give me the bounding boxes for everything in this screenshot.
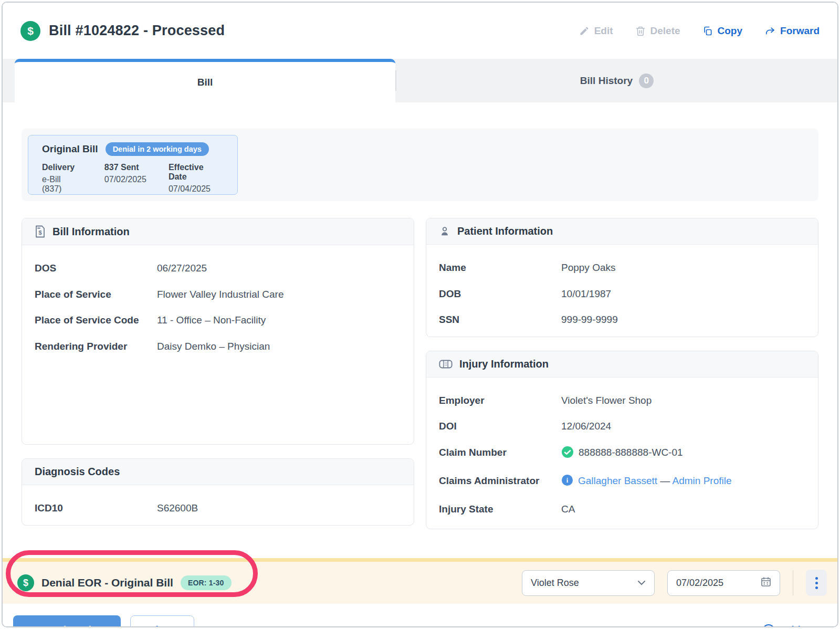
patient-information-card: Patient Information Name Poppy Oaks DOB … (426, 218, 818, 337)
copy-label: Copy (718, 25, 743, 37)
icd10-row: ICD10 S62600B (35, 501, 401, 516)
pencil-icon (579, 26, 590, 36)
rendering-provider-row: Rendering Provider Daisy Demko – Physici… (35, 339, 401, 354)
amber-accent-strip (3, 558, 837, 562)
claims-admin-company-link[interactable]: Gallagher Bassett (578, 475, 657, 486)
bill-detail-page: $ Bill #1024822 - Processed Edit Delete … (2, 2, 838, 627)
injury-information-card: Injury Information Employer Violet's Flo… (426, 351, 818, 529)
second-review-button[interactable]: Second Review (13, 615, 121, 627)
info-circle-icon: i (561, 474, 573, 490)
copy-button[interactable]: Copy (702, 25, 743, 37)
add-note-label: Add Note (780, 624, 827, 627)
tab-bill-label: Bill (197, 77, 213, 88)
close-button[interactable]: Close (130, 615, 194, 627)
tab-bill[interactable]: Bill (15, 59, 395, 102)
tab-bill-history[interactable]: Bill History 0 (396, 59, 837, 102)
svg-text:$: $ (38, 229, 41, 236)
reviewer-select[interactable]: Violet Rose (522, 570, 655, 596)
speech-bubble-icon (762, 623, 775, 627)
bandage-icon (439, 360, 453, 369)
reviewer-selected-value: Violet Rose (531, 578, 579, 589)
bill-history-count-badge: 0 (639, 74, 654, 88)
bottom-actions-bar: Second Review Close Add Note (3, 604, 837, 627)
claims-administrator-row: Claims Administrator i Gallagher Bassett… (439, 474, 805, 490)
section-title: Diagnosis Codes (35, 466, 120, 478)
claim-number-row: Claim Number 888888-888888-WC-01 (439, 445, 805, 463)
edit-label: Edit (594, 25, 613, 37)
kebab-icon (815, 577, 818, 580)
eor-date-input[interactable] (676, 578, 750, 589)
edit-button[interactable]: Edit (579, 25, 613, 37)
forward-button[interactable]: Forward (764, 25, 820, 37)
original-bill-card[interactable]: Original Bill Denial in 2 working days D… (28, 135, 238, 195)
admin-profile-link[interactable]: Admin Profile (673, 475, 732, 486)
ssn-row: SSN 999-99-9999 (439, 312, 805, 327)
bill-information-card: $ Bill Information DOS 06/27/2025 Place … (22, 218, 414, 445)
bill-timeline-strip: Original Bill Denial in 2 working days D… (22, 129, 818, 201)
claim-number-value: 888888-888888-WC-01 (579, 445, 683, 460)
copy-icon (702, 26, 713, 36)
denial-eor-section: $ Denial EOR - Original Bill EOR: 1-30 V… (3, 558, 837, 604)
receipt-dollar-icon: $ (35, 225, 46, 238)
section-title: Bill Information (52, 226, 130, 238)
employer-row: Employer Violet's Flower Shop (439, 393, 805, 408)
name-row: Name Poppy Oaks (439, 260, 805, 275)
denial-badge: Denial in 2 working days (106, 142, 209, 156)
delivery-field: Delivery e-Bill (837) (42, 163, 82, 194)
link-separator: — (660, 475, 670, 486)
place-of-service-row: Place of Service Flower Valley Industria… (35, 287, 401, 302)
denial-eor-bar: $ Denial EOR - Original Bill EOR: 1-30 V… (3, 562, 837, 604)
original-bill-title: Original Bill (42, 143, 98, 155)
sent-837-field: 837 Sent 07/02/2025 (104, 163, 146, 194)
add-note-button[interactable]: Add Note (762, 623, 827, 627)
page-header: $ Bill #1024822 - Processed Edit Delete … (3, 3, 837, 59)
trash-icon (635, 26, 646, 36)
tab-bill-history-label: Bill History (580, 75, 633, 87)
main-content: Original Bill Denial in 2 working days D… (3, 129, 837, 558)
doi-row: DOI 12/06/2024 (439, 419, 805, 434)
delete-label: Delete (650, 25, 680, 37)
page-title: Bill #1024822 - Processed (49, 23, 225, 39)
dollar-icon: $ (17, 574, 34, 591)
forward-label: Forward (780, 25, 820, 37)
patient-icon (439, 225, 450, 237)
check-circle-icon (561, 446, 574, 463)
kebab-menu-button[interactable] (806, 570, 827, 596)
effective-date-field: Effective Date 07/04/2025 (169, 163, 224, 194)
denial-eor-title: Denial EOR - Original Bill (41, 576, 173, 589)
section-title: Injury Information (459, 358, 549, 370)
eor-range-badge: EOR: 1-30 (181, 575, 232, 590)
dob-row: DOB 10/01/1987 (439, 287, 805, 301)
forward-arrow-icon (764, 26, 775, 36)
dollar-icon: $ (20, 21, 40, 41)
section-title: Patient Information (457, 225, 553, 237)
calendar-icon (761, 576, 771, 589)
diagnosis-codes-card: Diagnosis Codes ICD10 S62600B (22, 458, 414, 526)
place-of-service-code-row: Place of Service Code 11 - Office – Non-… (35, 313, 401, 328)
vertical-divider (793, 570, 793, 595)
injury-state-row: Injury State CA (439, 502, 805, 517)
chevron-down-icon (637, 578, 646, 588)
tab-bar: Bill Bill History 0 (3, 59, 837, 102)
eor-date-field[interactable] (667, 570, 780, 596)
delete-button[interactable]: Delete (635, 25, 680, 37)
dos-row: DOS 06/27/2025 (35, 261, 401, 276)
svg-text:i: i (566, 477, 569, 485)
